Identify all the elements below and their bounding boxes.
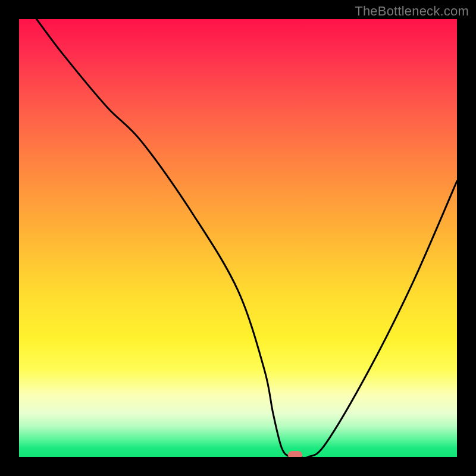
bottleneck-curve xyxy=(19,19,457,457)
chart-plot-area xyxy=(19,19,457,457)
watermark-text: TheBottleneck.com xyxy=(355,4,469,19)
optimum-marker xyxy=(288,451,302,457)
